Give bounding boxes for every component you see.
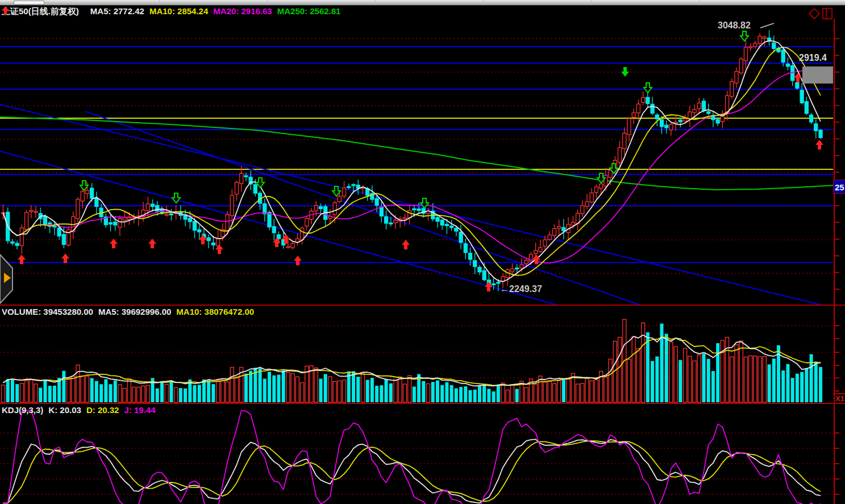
volume-value: VOLUME: 39453280.00 [2,307,93,316]
buy-signal-arrow-icon [815,140,823,149]
sell-signal-arrow-icon [172,193,180,203]
kdj-pane[interactable] [0,410,833,504]
buy-signal-arrow-icon [148,239,156,248]
right-price-label: 2919.4 [799,53,827,63]
peak-price-label: 3048.82 [718,20,751,31]
kdj-k-value: K: 20.03 [48,405,81,415]
buy-signal-arrow-icon [485,282,493,291]
buy-signal-arrow-icon [402,240,410,249]
ma250-value: MA250: 2562.81 [277,6,341,16]
volume-multiplier-label: X1 [835,394,844,403]
sell-signal-arrow-icon [421,198,428,208]
volume-ma10-value: MA10: 38076472.00 [176,307,254,316]
ma5-value: MA5: 2772.42 [90,6,144,16]
axis-price-badge: 25 [833,180,845,194]
sell-signal-arrow-solid-icon [621,67,629,77]
kdj-name: KDJ(9,3,3) [2,405,43,415]
buy-signal-arrow-icon [61,253,69,263]
stock-chart-window: { "main_pane": { "title": "上证50(日线.前复权)"… [0,0,845,504]
kdj-pane-header: KDJ(9,3,3)K: 20.03D: 20.32J: 19.44 [2,405,161,415]
main-pane-header: 上证50(日线.前复权)MA5: 2772.42MA10: 2854.24MA2… [2,6,346,17]
pane-corner-icons [808,7,833,20]
volume-pane[interactable] [0,319,833,402]
sell-signal-arrow-icon [740,31,748,41]
kdj-d-value: D: 20.32 [86,405,119,415]
main-price-pane[interactable] [0,23,845,305]
sell-signal-arrow-icon [256,178,264,188]
volume-ma5-value: MA5: 39692996.00 [98,307,171,316]
ma20-value: MA20: 2916.63 [213,6,272,16]
symbol-title: 上证50(日线.前复权) [2,6,79,16]
buy-signal-arrow-icon [794,73,802,82]
diamond-icon[interactable] [809,9,819,19]
volume-pane-header: VOLUME: 39453280.00MA5: 39692996.00MA10:… [2,307,259,316]
split-window-icon[interactable] [823,9,832,19]
sell-signal-arrow-icon [644,83,652,93]
trough-price-label: ←2249.37 [500,284,542,294]
buy-signal-arrow-icon [294,256,302,265]
chart-canvas[interactable] [0,0,845,504]
right-price-axis [0,19,845,504]
kdj-j-value: J: 19.44 [124,405,155,415]
ma10-value: MA10: 2854.24 [149,6,208,16]
price-tag-box [802,66,833,84]
